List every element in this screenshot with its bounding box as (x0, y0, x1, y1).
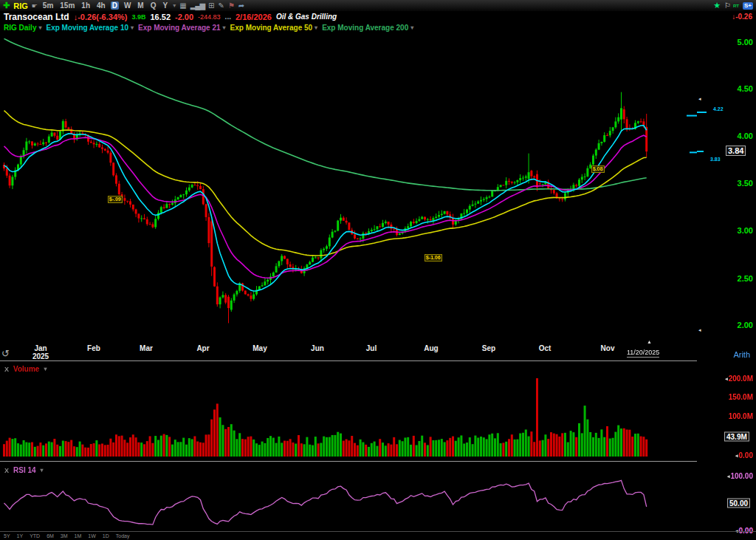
series-legend-label: RIG Daily (4, 24, 36, 32)
pane-max-marker-icon: ◂ (698, 96, 701, 102)
quote-ellipsis[interactable]: ... (225, 13, 231, 21)
month-label-jun: Jun (311, 344, 324, 352)
timeframe-quarterly[interactable]: Q (149, 1, 158, 10)
timeframe-daily-active[interactable]: D (111, 1, 119, 10)
timeframe-15m[interactable]: 15m (58, 1, 76, 10)
volume-tick-200m-text: 200.0M (729, 375, 753, 383)
corner-change-label: ↓-0.26 (732, 13, 752, 21)
pointer-hand-icon[interactable]: ☛ (32, 2, 38, 10)
range-3m[interactable]: 3M (61, 533, 68, 539)
ema200-dropdown-icon[interactable]: ▾ (410, 24, 413, 31)
volume-dropdown-icon[interactable]: ▾ (44, 366, 47, 372)
rsi-close-button[interactable]: X (4, 467, 9, 474)
ema21-legend-label: Exp Moving Average 21 (138, 24, 221, 32)
trade-pl-badge-3[interactable]: $.08 (591, 165, 605, 173)
last-price-box: 3.84 (726, 146, 746, 156)
chart-application-window: ✚ RIG ☛ 5m 15m 1h 4h D W M Q Y ▾ ▦ ▂▄▆ ⊞… (0, 0, 756, 540)
realtime-flag-icon[interactable]: ⚐ (724, 1, 731, 10)
price-change-pct: (-6.34%) (96, 13, 127, 21)
cursor-date-marker-icon: ▲ (647, 339, 652, 344)
price-change: -0.26 (78, 13, 96, 21)
range-6m[interactable]: 6M (47, 533, 54, 539)
ema200-legend-label: Exp Moving Average 200 (322, 24, 408, 32)
volume-tick-200m: ◂200.0M (697, 375, 755, 383)
notes-flag-icon[interactable]: ⚑ (228, 1, 235, 10)
timeframe-yearly[interactable]: Y (161, 1, 169, 10)
month-jan-text: Jan (32, 344, 49, 352)
month-label-jul: Jul (366, 344, 377, 352)
realtime-label: RT (733, 4, 739, 8)
ema50-dropdown-icon[interactable]: ▾ (315, 24, 317, 31)
price-tick-3: 3.00 (697, 226, 755, 235)
share-arrow-icon[interactable]: ➦ (238, 1, 244, 10)
industry-label[interactable]: Oil & Gas Drilling (276, 13, 337, 21)
trade-pl-badge-2[interactable]: $-1.06 (425, 254, 442, 262)
ema10-dropdown-icon[interactable]: ▾ (131, 24, 134, 31)
year-label: 2025 (32, 352, 49, 360)
ema200-legend[interactable]: Exp Moving Average 200 ▾ (322, 24, 413, 32)
timeframe-5m[interactable]: 5m (41, 1, 55, 10)
scale-type-label[interactable]: Arith (697, 350, 750, 359)
ema21-dropdown-icon[interactable]: ▾ (223, 24, 226, 31)
timeframe-dropdown-icon[interactable]: ▾ (173, 2, 176, 9)
price-tick-2-5: 2.50 (697, 274, 755, 283)
volume-min-marker-icon: ◂ (735, 453, 738, 458)
rsi-dropdown-icon[interactable]: ▾ (41, 467, 44, 474)
timeframe-1h[interactable]: 1h (80, 1, 92, 10)
stat-value-1: 16.52 (150, 13, 171, 21)
studies-bars-icon[interactable]: ▂▄▆ (190, 1, 205, 10)
ema50-legend[interactable]: Exp Moving Average 50 ▾ (230, 24, 318, 32)
range-1w[interactable]: 1W (88, 533, 96, 539)
ema10-legend-label: Exp Moving Average 10 (46, 24, 128, 32)
range-today[interactable]: Today (116, 533, 130, 539)
volume-panel-divider (0, 360, 697, 361)
timeframe-weekly[interactable]: W (123, 1, 132, 10)
splus-badge[interactable]: S+ (743, 2, 753, 10)
volume-last-box: 43.9M (724, 432, 749, 442)
market-cap: 3.9B (131, 13, 145, 21)
rsi-panel-header: X RSI 14 ▾ (4, 466, 44, 474)
trade-pl-badge-1[interactable]: $-.09 (108, 196, 123, 203)
cursor-date-label[interactable]: 11/20/2025 (627, 349, 659, 358)
month-label-mar: Mar (140, 344, 153, 352)
add-symbol-icon[interactable]: ✚ (3, 1, 10, 10)
rsi-panel-divider (0, 461, 697, 462)
favorite-star-icon[interactable]: ★ (713, 1, 721, 10)
earnings-date: 2/16/2026 (236, 13, 272, 21)
refresh-icon[interactable]: ↺ (1, 348, 10, 359)
studies-legend-bar: RIG Daily ▾ Exp Moving Average 10 ▾ Exp … (0, 22, 697, 33)
price-tick-2: 2.00 (697, 321, 755, 329)
company-name: Transocean Ltd (4, 12, 69, 22)
rsi-title[interactable]: RSI 14 (13, 466, 36, 474)
range-1d[interactable]: 1D (103, 533, 109, 539)
volume-chart-canvas[interactable] (0, 361, 697, 461)
series-dropdown-icon[interactable]: ▾ (38, 24, 41, 31)
upper-alert-tick (697, 112, 707, 113)
price-tick-4-5: 4.50 (697, 84, 755, 93)
rsi-chart-canvas[interactable] (0, 462, 697, 531)
ema21-legend[interactable]: Exp Moving Average 21 ▾ (138, 24, 226, 32)
draw-pencil-icon[interactable]: ✎ (218, 1, 224, 10)
month-label-apr: Apr (196, 344, 209, 352)
volume-title[interactable]: Volume (13, 365, 39, 373)
month-label-oct: Oct (539, 344, 551, 352)
timeframe-monthly[interactable]: M (136, 1, 145, 10)
ema10-legend[interactable]: Exp Moving Average 10 ▾ (46, 24, 134, 32)
price-chart-canvas[interactable] (0, 33, 697, 340)
quote-bar: Transocean Ltd ↓ -0.26 (-6.34%) 3.9B 16.… (0, 11, 756, 22)
add-window-icon[interactable]: ⊞ (208, 1, 214, 10)
series-legend[interactable]: RIG Daily ▾ (4, 24, 41, 32)
top-toolbar: ✚ RIG ☛ 5m 15m 1h 4h D W M Q Y ▾ ▦ ▂▄▆ ⊞… (0, 0, 756, 11)
range-1m[interactable]: 1M (75, 533, 82, 539)
month-label-aug: Aug (424, 344, 438, 352)
month-label-sep: Sep (482, 344, 495, 352)
range-1y[interactable]: 1Y (17, 533, 24, 539)
timeframe-4h[interactable]: 4h (95, 1, 107, 10)
range-5y[interactable]: 5Y (4, 533, 10, 539)
range-ytd[interactable]: YTD (30, 533, 40, 539)
volume-tick-100m: 100.0M (697, 412, 755, 420)
chart-layout-icon[interactable]: ▦ (179, 1, 186, 10)
symbol-label[interactable]: RIG (13, 1, 28, 10)
volume-tick-0-text: 0.00 (739, 451, 753, 459)
volume-close-button[interactable]: X (4, 366, 9, 373)
